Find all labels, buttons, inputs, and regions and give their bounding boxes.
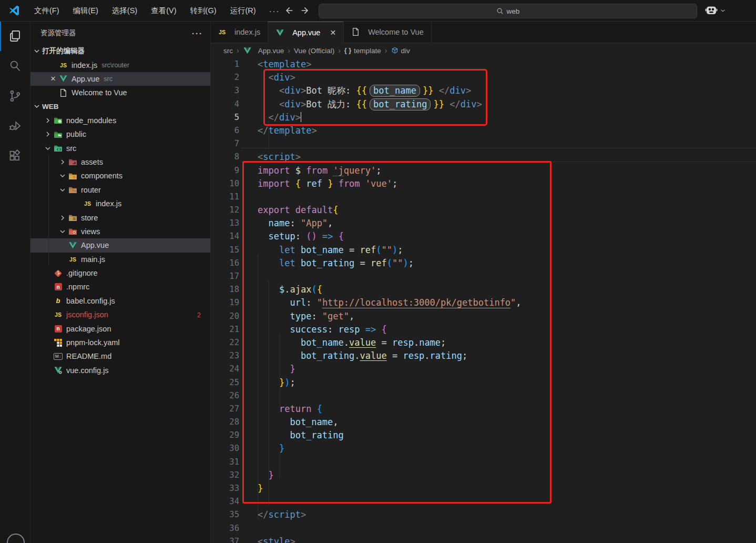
tree-item-components[interactable]: components [30,169,210,183]
tab-index.js[interactable]: JSindex.js [210,21,268,43]
line-number: 34 [210,495,249,508]
title-bar: 文件(F)编辑(E)选择(S)查看(V)转到(G)运行(R) ··· web [0,0,756,22]
open-editor-label: App.vue [71,75,99,83]
tab-Welcome to Vue[interactable]: Welcome to Vue [344,21,432,43]
line-number: 17 [210,270,249,283]
line-number: 13 [210,217,249,230]
tree-item-label: assets [81,158,103,166]
code-line-16: 16 let bot_rating = ref(""); [210,257,756,270]
tree-item-router[interactable]: router [30,183,210,197]
tree-item-.npmrc[interactable]: n.npmrc [30,280,210,294]
code-area[interactable]: 1<template>2 <div>3 <div>Bot 昵称: {{bot_n… [210,58,756,543]
tree-item-label: package.json [66,325,111,333]
tree-item-label: store [81,214,98,222]
tree-item-App.vue[interactable]: App.vue [30,238,210,252]
code-line-13: 13 name: "App", [210,217,756,230]
chevron-down-icon[interactable] [719,7,727,16]
explorer-title: 资源管理器 [40,28,76,38]
line-number: 21 [210,323,249,336]
indent-guide [48,155,49,266]
menu-item-0[interactable]: 文件(F) [27,0,66,21]
line-number: 33 [210,482,249,495]
open-editors-list: JSindex.jssrc\router✕App.vuesrcWelcome t… [30,58,210,99]
workspace-header[interactable]: WEB [30,99,210,113]
chevron-down-icon [33,47,41,55]
line-number: 10 [210,177,249,190]
source-control-icon[interactable] [0,81,30,111]
extensions-icon[interactable] [0,141,30,171]
open-editors-label: 打开的编辑器 [42,46,85,56]
tree-item-src[interactable]: src [30,141,210,155]
tree-item-README.md[interactable]: M↓README.md [30,349,210,363]
tree-item-views[interactable]: views [30,225,210,238]
forward-icon[interactable] [299,4,312,17]
breadcrumb: src›App.vue›Vue (Official)›{ }template›d… [210,43,756,58]
tree-item-label: .npmrc [66,283,89,291]
command-center-search[interactable]: web [319,4,697,18]
tree-item-assets[interactable]: assets [30,155,210,169]
tree-item-label: README.md [66,352,111,360]
tree-item-main.js[interactable]: JSmain.js [30,253,210,266]
line-number: 29 [210,429,249,442]
breadcrumb-item-App.vue[interactable]: App.vue [243,46,284,55]
snippet-placeholder: bot_rating [370,98,431,110]
search-icon[interactable] [0,51,30,81]
tab-label: Welcome to Vue [368,28,424,36]
code-line-2: 2 <div> [210,71,756,84]
breadcrumb-item-src[interactable]: src [223,47,233,55]
line-number: 27 [210,403,249,416]
tree-item-store[interactable]: store [30,210,210,224]
files-icon[interactable] [0,21,30,51]
code-line-23: 23 bot_rating.value = resp.rating; [210,349,756,363]
run-debug-icon[interactable] [0,111,30,141]
line-number: 30 [210,442,249,455]
back-icon[interactable] [282,4,295,17]
line-number: 32 [210,469,249,482]
tree-item-package.json[interactable]: npackage.json [30,321,210,335]
tree-item-pnpm-lock.yaml[interactable]: pnpm-lock.yaml [30,336,210,349]
breadcrumb-item-Vue (Official)[interactable]: Vue (Official) [294,47,334,55]
code-line-28: 28 bot_name, [210,416,756,429]
breadcrumb-item-div[interactable]: div [391,47,410,55]
open-editor-index.js[interactable]: JSindex.jssrc\router [30,58,210,72]
line-number: 36 [210,522,249,535]
line-number: 9 [210,164,249,177]
tree-item-public[interactable]: public [30,127,210,141]
code-line-14: 14 setup: () => { [210,230,756,243]
line-number: 1 [210,58,249,71]
menu-item-5[interactable]: 运行(R) [223,0,262,21]
tree-item-jsconfig.json[interactable]: JSjsconfig.json2 [30,308,210,321]
explorer-actions-icon[interactable]: ··· [192,29,203,38]
tree-item-index.js[interactable]: JSindex.js [30,197,210,210]
tree-item-.gitignore[interactable]: .gitignore [30,266,210,280]
menu-item-2[interactable]: 选择(S) [105,0,144,21]
tree-item-babel.config.js[interactable]: bbabel.config.js [30,294,210,308]
menu-item-4[interactable]: 转到(G) [183,0,223,21]
tree-item-vue.config.js[interactable]: vue.config.js [30,364,210,377]
code-line-20: 20 type: "get", [210,310,756,323]
open-editor-Welcome to Vue[interactable]: Welcome to Vue [30,86,210,99]
close-icon[interactable]: ✕ [50,75,56,83]
code-line-37: 37<style> [210,535,756,543]
menu-item-3[interactable]: 查看(V) [144,0,183,21]
assistant-robot-icon[interactable] [704,4,718,19]
code-line-19: 19 url: "http://localhost:3000/pk/getbot… [210,296,756,309]
line-number: 20 [210,310,249,323]
code-line-15: 15 let bot_name = ref(""); [210,244,756,257]
tree-item-label: public [66,130,86,138]
tree-item-label: components [81,172,122,180]
tree-item-node_modules[interactable]: node_modules [30,114,210,127]
menu-item-1[interactable]: 编辑(E) [66,0,105,21]
breadcrumb-separator: › [288,46,290,55]
line-number: 28 [210,416,249,429]
code-line-35: 35</script> [210,508,756,521]
open-editor-App.vue[interactable]: ✕App.vuesrc [30,72,210,86]
open-editors-header[interactable]: 打开的编辑器 [30,44,210,58]
close-icon[interactable]: ✕ [330,28,336,37]
code-line-36: 36 [210,522,756,535]
file-tree: node_modulespublicsrcassetscomponentsrou… [30,114,210,377]
breadcrumb-separator: › [237,46,239,55]
breadcrumb-item-template[interactable]: { }template [344,47,381,55]
account-icon[interactable] [7,534,25,543]
tab-App.vue[interactable]: App.vue✕ [268,21,344,43]
